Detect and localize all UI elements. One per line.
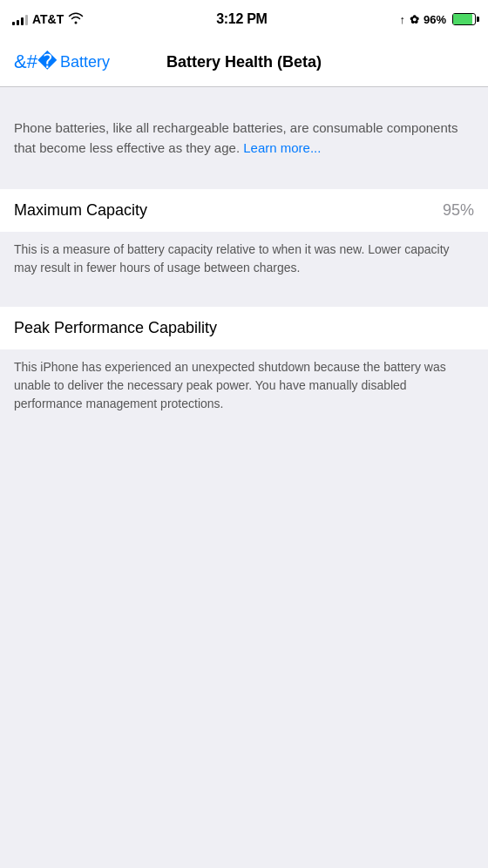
battery-fill [453,14,473,24]
status-time: 3:12 PM [216,11,267,27]
nav-title: Battery Health (Beta) [166,53,322,71]
peak-desc-text: This iPhone has experienced an unexpecte… [14,358,474,413]
wifi-icon [68,12,84,27]
back-button[interactable]: &#� Battery [14,53,110,71]
description-section: Phone batteries, like all rechargeable b… [0,101,488,175]
mid-spacer-1 [0,175,488,189]
back-label: Battery [60,53,110,71]
mid-spacer-2 [0,293,488,307]
capacity-row: Maximum Capacity 95% [0,189,488,232]
back-chevron-icon: &#� [14,52,58,71]
carrier-label: AT&T [32,12,64,26]
status-bar: AT&T 3:12 PM ↑ ✿ 96% [0,0,488,38]
battery-icon [452,13,476,25]
capacity-desc-text: This is a measure of battery capacity re… [14,241,474,277]
max-capacity-section: Maximum Capacity 95% [0,189,488,232]
content: Phone batteries, like all rechargeable b… [0,87,488,431]
learn-more-link[interactable]: Learn more... [243,140,321,155]
peak-description: This iPhone has experienced an unexpecte… [0,349,488,431]
top-spacer [0,87,488,101]
capacity-value: 95% [443,201,474,220]
location-icon: ↑ [399,13,405,26]
peak-label: Peak Performance Capability [14,319,217,336]
status-left: AT&T [12,12,84,27]
description-text: Phone batteries, like all rechargeable b… [14,119,474,158]
capacity-label: Maximum Capacity [14,201,147,220]
signal-bars [12,13,28,25]
peak-header: Peak Performance Capability [0,307,488,349]
battery-percent: 96% [424,13,446,26]
capacity-description: This is a measure of battery capacity re… [0,232,488,293]
status-right: ↑ ✿ 96% [399,13,476,26]
nav-bar: &#� Battery Battery Health (Beta) [0,38,488,87]
bluetooth-icon: ✿ [410,13,419,26]
peak-performance-section: Peak Performance Capability [0,307,488,349]
